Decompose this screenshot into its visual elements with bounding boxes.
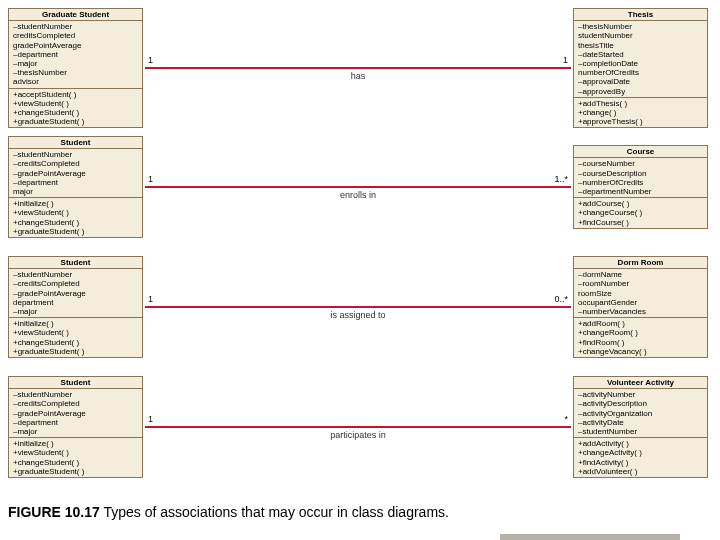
association-label: participates in [330,430,386,440]
uml-attribute: department [13,298,138,307]
uml-attribute: –approvedBy [578,87,703,96]
uml-attribute: –department [13,418,138,427]
uml-attribute: –thesisNumber [578,22,703,31]
uml-attribute: –activityOrganization [578,409,703,418]
uml-attribute: –creditsCompleted [13,399,138,408]
uml-association-row: Student–studentNumber–creditsCompleted–g… [8,376,708,478]
multiplicity-right: 1..* [554,174,568,184]
uml-operation: +viewStudent( ) [13,208,138,217]
uml-class-name: Student [9,257,142,269]
uml-operation: +findActivity( ) [578,458,703,467]
multiplicity-right: * [564,414,568,424]
uml-operation: +findCourse( ) [578,218,703,227]
uml-class: Student–studentNumber–creditsCompleted–g… [8,256,143,358]
uml-attribute: –approvalDate [578,77,703,86]
uml-attribute: –studentNumber [13,22,138,31]
uml-attribute: –studentNumber [13,390,138,399]
uml-attributes: –thesisNumberstudentNumberthesisTitle–da… [574,21,707,98]
caption-text: Types of associations that may occur in … [100,504,449,520]
uml-operations: +addThesis( )+change( )+approveThesis( ) [574,98,707,128]
uml-attribute: –courseDescription [578,169,703,178]
uml-association-row: Student–studentNumber–creditsCompleted–g… [8,256,708,358]
uml-association-row: Graduate Student–studentNumbercreditsCom… [8,8,708,128]
uml-operation: +graduateStudent( ) [13,227,138,236]
uml-attribute: creditsCompleted [13,31,138,40]
association-line: 10..*is assigned to [145,306,571,308]
uml-operation: +findRoom( ) [578,338,703,347]
figure-caption: FIGURE 10.17 Types of associations that … [8,504,712,520]
uml-attribute: –thesisNumber [13,68,138,77]
uml-attribute: thesisTitle [578,41,703,50]
multiplicity-left: 1 [148,174,153,184]
uml-attributes: –courseNumber–courseDescription–numberOf… [574,158,707,198]
uml-attribute: –studentNumber [578,427,703,436]
uml-class-name: Course [574,146,707,158]
uml-attribute: –numberOfCredits [578,178,703,187]
uml-attribute: –gradePointAverage [13,409,138,418]
uml-attribute: –activityDate [578,418,703,427]
uml-attribute: –department [13,178,138,187]
uml-operation: +viewStudent( ) [13,328,138,337]
uml-class: Thesis–thesisNumberstudentNumberthesisTi… [573,8,708,128]
uml-operation: +changeActivity( ) [578,448,703,457]
uml-attributes: –studentNumber–creditsCompleted–gradePoi… [9,149,142,198]
uml-attribute: –activityDescription [578,399,703,408]
uml-attribute: –departmentNumber [578,187,703,196]
uml-class: Dorm Room–dormName–roomNumberroomSizeocc… [573,256,708,358]
multiplicity-left: 1 [148,294,153,304]
uml-operation: +changeRoom( ) [578,328,703,337]
uml-operation: +changeStudent( ) [13,218,138,227]
association-line: 11..*enrolls in [145,186,571,188]
uml-class-name: Thesis [574,9,707,21]
uml-class: Student–studentNumber–creditsCompleted–g… [8,376,143,478]
uml-attributes: –studentNumber–creditsCompleted–gradePoi… [9,389,142,438]
uml-operation: +initialize( ) [13,439,138,448]
uml-operation: +approveThesis( ) [578,117,703,126]
uml-attribute: –dateStarted [578,50,703,59]
uml-attributes: –studentNumber–creditsCompleted–gradePoi… [9,269,142,318]
uml-attribute: –completionDate [578,59,703,68]
association-label: enrolls in [340,190,376,200]
uml-operation: +addActivity( ) [578,439,703,448]
uml-operation: +addVolunteer( ) [578,467,703,476]
uml-operation: +viewStudent( ) [13,448,138,457]
multiplicity-right: 1 [563,55,568,65]
uml-operation: +changeStudent( ) [13,108,138,117]
uml-operation: +changeStudent( ) [13,338,138,347]
uml-class: Course–courseNumber–courseDescription–nu… [573,145,708,229]
uml-class-name: Graduate Student [9,9,142,21]
uml-attribute: gradePointAverage [13,41,138,50]
uml-class-name: Student [9,377,142,389]
uml-operation: +changeStudent( ) [13,458,138,467]
uml-attribute: –studentNumber [13,270,138,279]
uml-attribute: numberOfCredits [578,68,703,77]
uml-attribute: –department [13,50,138,59]
uml-class-name: Student [9,137,142,149]
association-label: is assigned to [330,310,385,320]
uml-attribute: advisor [13,77,138,86]
uml-operation: +addCourse( ) [578,199,703,208]
uml-operation: +graduateStudent( ) [13,467,138,476]
uml-operation: +viewStudent( ) [13,99,138,108]
uml-attributes: –activityNumber–activityDescription–acti… [574,389,707,438]
association-line: 11has [145,67,571,69]
caption-number: FIGURE 10.17 [8,504,100,520]
uml-attribute: –gradePointAverage [13,289,138,298]
uml-class: Volunteer Activity–activityNumber–activi… [573,376,708,478]
uml-attribute: –major [13,59,138,68]
uml-operations: +addCourse( )+changeCourse( )+findCourse… [574,198,707,228]
uml-attribute: roomSize [578,289,703,298]
uml-attribute: –dormName [578,270,703,279]
uml-operation: +graduateStudent( ) [13,117,138,126]
uml-class-name: Dorm Room [574,257,707,269]
uml-attribute: –numberVacancies [578,307,703,316]
uml-attribute: –studentNumber [13,150,138,159]
uml-operation: +graduateStudent( ) [13,347,138,356]
uml-operation: +change( ) [578,108,703,117]
uml-operations: +initialize( )+viewStudent( )+changeStud… [9,198,142,237]
uml-attribute: –gradePointAverage [13,169,138,178]
uml-attribute: –courseNumber [578,159,703,168]
uml-operation: +initialize( ) [13,319,138,328]
uml-attribute: –creditsCompleted [13,279,138,288]
uml-attribute: –major [13,427,138,436]
